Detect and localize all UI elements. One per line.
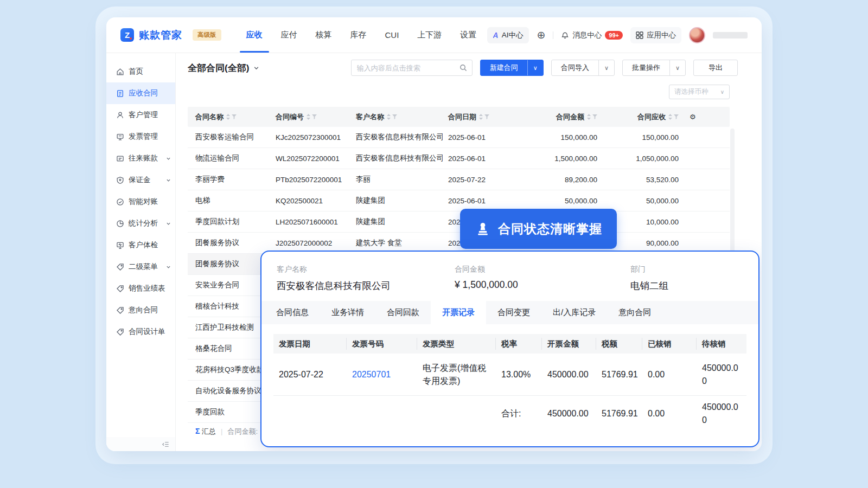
deposit-icon	[116, 176, 124, 184]
popup-info: 客户名称 西安极客信息科技有限公司 合同金额 ¥ 1,500,000.00 部门…	[261, 252, 758, 301]
nav-tab[interactable]: 核算	[316, 17, 332, 53]
col-customer-name[interactable]: 客户名称	[350, 112, 443, 122]
app-center-button[interactable]: 应用中心	[630, 27, 681, 43]
chevron-down-icon	[166, 156, 171, 161]
table-row[interactable]: 西安极客运输合同 KJc2025072300001 西安极客信息科技有限公司 2…	[188, 127, 730, 148]
sidebar-item-customers[interactable]: 客户管理	[106, 104, 175, 126]
user-name-redacted	[713, 32, 748, 38]
sidebar-item-sales-report[interactable]: 销售业绩表	[106, 278, 175, 299]
table-row[interactable]: 物流运输合同 WL2025072200001 西安极客信息科技有限公司 2025…	[188, 148, 730, 169]
filter-icon[interactable]	[592, 114, 597, 119]
app-name: 账款管家	[139, 28, 182, 42]
filter-icon[interactable]	[674, 114, 679, 119]
message-center-label: 消息中心	[572, 30, 602, 40]
total-label: 合计:	[496, 404, 542, 424]
user-avatar[interactable]	[689, 27, 705, 43]
sidebar-item-deposit[interactable]: 保证金	[106, 169, 175, 191]
currency-select[interactable]: 请选择币种 ∨	[669, 85, 730, 99]
column-settings-gear-icon[interactable]: ⚙	[682, 113, 730, 121]
message-center-button[interactable]: 消息中心 99+	[561, 30, 623, 40]
chevron-down-icon	[166, 221, 171, 226]
sort-icon[interactable]	[387, 114, 391, 120]
sidebar-item-receivable-contracts[interactable]: 应收合同	[106, 82, 175, 104]
ai-icon: A	[493, 31, 499, 40]
field-customer-name: 客户名称 西安极客信息科技有限公司	[277, 265, 455, 292]
invoice-table-header: 发票日期 发票号码 发票类型 税率 开票金额 税额 已核销 待核销	[273, 334, 746, 354]
new-contract-button[interactable]: 新建合同 ∨	[480, 60, 544, 76]
col-contract-amount[interactable]: 合同金额	[524, 112, 601, 122]
ai-center-button[interactable]: A AI中心	[487, 27, 529, 43]
sort-icon[interactable]	[587, 114, 591, 120]
sidebar: 首页 应收合同 客户管理 发票管理 往来账款 保证金	[106, 53, 176, 451]
main-nav: 应收 应付 核算 库存 CUI 上下游 设置	[246, 17, 477, 53]
chevron-down-icon: ∨	[720, 89, 724, 95]
popup-tab[interactable]: 合同信息	[265, 301, 320, 324]
batch-actions-button[interactable]: 批量操作 ∨	[622, 60, 686, 76]
export-button[interactable]: 导出	[693, 60, 738, 76]
col-contract-name[interactable]: 合同名称	[188, 112, 270, 122]
invoice-row[interactable]: 2025-07-22 20250701 电子发票(增值税专用发票) 13.00%…	[273, 354, 746, 396]
sidebar-item-statistics[interactable]: 统计分析	[106, 213, 175, 234]
filter-icon[interactable]	[312, 114, 317, 119]
popup-tab[interactable]: 合同变更	[486, 301, 541, 324]
chevron-down-icon	[166, 178, 171, 183]
sort-icon[interactable]	[307, 114, 310, 120]
app-window: Z 账款管家 高级版 应收 应付 核算 库存 CUI 上下游 设置 A	[106, 17, 762, 451]
sort-icon[interactable]	[226, 114, 230, 120]
table-row[interactable]: 季度回款计划 LH2025071600001 陕建集团 2025-07-16 1…	[188, 211, 730, 233]
popup-tab[interactable]: 开票记录	[431, 301, 486, 324]
invoice-total-row: 合计: 450000.00 51769.91 0.00 450000.00	[273, 396, 746, 432]
sidebar-item-contract-design[interactable]: 合同设计单	[106, 321, 175, 343]
invoice-number-link[interactable]: 20250701	[347, 365, 417, 384]
sidebar-item-invoices[interactable]: 发票管理	[106, 126, 175, 147]
promo-badge: 合同状态清晰掌握	[460, 209, 617, 249]
written-off: 0.00	[642, 365, 697, 384]
popup-tab[interactable]: 合同回款	[375, 301, 431, 324]
sidebar-item-smart-reconcile[interactable]: 智能对账	[106, 191, 175, 213]
collapse-menu-icon[interactable]	[162, 440, 170, 448]
table-row[interactable]: 电梯 KQ202500021 陕建集团 2025-06-01 50,000.00…	[188, 190, 730, 211]
batch-dropdown[interactable]: ∨	[669, 60, 685, 75]
popup-tab[interactable]: 业务详情	[320, 301, 375, 324]
import-contract-button[interactable]: 合同导入 ∨	[551, 60, 615, 76]
tax-amount: 51769.91	[596, 365, 642, 384]
nav-tab[interactable]: CUI	[385, 17, 399, 53]
sort-icon[interactable]	[668, 114, 672, 120]
sidebar-item-home[interactable]: 首页	[106, 61, 175, 82]
popup-tab[interactable]: 出/入库记录	[541, 301, 607, 324]
sidebar-item-submenu[interactable]: 二级菜单	[106, 256, 175, 278]
tag-icon	[116, 285, 124, 293]
toolbar: 全部合同(全部) 新建合同 ∨ 合同导入	[188, 60, 738, 76]
nav-tab[interactable]: 库存	[350, 17, 367, 53]
pending-write-off: 450000.00	[697, 357, 746, 392]
invoice-date: 2025-07-22	[273, 365, 347, 384]
sidebar-item-customer-checkup[interactable]: 客户体检	[106, 234, 175, 256]
filter-icon[interactable]	[392, 114, 397, 119]
import-dropdown[interactable]: ∨	[598, 60, 614, 75]
filter-icon[interactable]	[484, 114, 489, 119]
app-center-label: 应用中心	[647, 30, 676, 40]
nav-tab[interactable]: 应收	[246, 17, 263, 53]
table-row[interactable]: 李丽学费 PTb2025072200001 李丽 2025-07-22 89,2…	[188, 169, 730, 190]
sort-icon[interactable]	[479, 114, 483, 120]
search-icon[interactable]	[455, 64, 472, 72]
promo-badge-text: 合同状态清晰掌握	[498, 221, 602, 237]
col-contract-code[interactable]: 合同编号	[270, 112, 350, 122]
field-department: 部门 电销二组	[630, 265, 743, 292]
filter-icon[interactable]	[232, 114, 237, 119]
contracts-table-rows: 西安极客运输合同 KJc2025072300001 西安极客信息科技有限公司 2…	[188, 127, 730, 254]
col-receivable[interactable]: 合同应收	[601, 112, 682, 122]
col-contract-date[interactable]: 合同日期	[443, 112, 524, 122]
new-contract-dropdown[interactable]: ∨	[527, 60, 543, 75]
home-icon	[116, 68, 124, 76]
search-input[interactable]	[352, 64, 455, 72]
nav-tab[interactable]: 设置	[460, 17, 476, 53]
contract-icon	[116, 89, 124, 98]
nav-tab[interactable]: 上下游	[417, 17, 442, 53]
plus-circle-icon[interactable]: ⊕	[537, 30, 545, 40]
page-title-dropdown[interactable]: 全部合同(全部)	[188, 62, 259, 74]
sidebar-item-accounts[interactable]: 往来账款	[106, 147, 175, 169]
sidebar-item-intent-contract[interactable]: 意向合同	[106, 299, 175, 321]
nav-tab[interactable]: 应付	[281, 17, 297, 53]
popup-tab[interactable]: 意向合同	[607, 301, 662, 324]
